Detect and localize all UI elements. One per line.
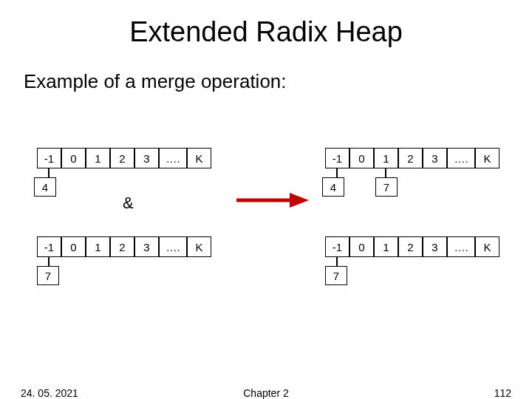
bucket-cell: -1 <box>325 148 349 168</box>
node-connector <box>48 257 50 266</box>
bucket-cell: -1 <box>37 236 61 257</box>
bucket-cell: 1 <box>86 236 110 257</box>
bucket-cell: -1 <box>325 236 349 257</box>
bucket-cell: K <box>187 236 211 257</box>
bucket-cell: K <box>475 148 499 168</box>
bucket-cell: …. <box>447 236 475 257</box>
heap-node: 7 <box>375 177 398 197</box>
bucket-cell: 0 <box>61 148 86 168</box>
bucket-cell: 2 <box>398 148 423 168</box>
heap-node: 7 <box>325 266 347 285</box>
bucket-cell: -1 <box>37 148 61 168</box>
bucket-cell: K <box>475 236 499 257</box>
merge-diagram: -1 0 1 2 3 …. K 4 & -1 0 1 2 3 …. K 7 -1… <box>0 140 532 332</box>
bucket-cell: 0 <box>349 148 374 168</box>
arrow-right-icon <box>236 189 310 211</box>
bucket-cell: …. <box>159 236 187 257</box>
footer-chapter: Chapter 2 <box>0 387 532 399</box>
bucket-cell: 1 <box>374 236 398 257</box>
node-connector <box>336 168 338 177</box>
bucket-cell: 3 <box>423 148 447 168</box>
bucket-cell: …. <box>159 148 187 168</box>
subtitle: Example of a merge operation: <box>0 48 532 93</box>
bucket-cell: 2 <box>110 148 134 168</box>
slide: Extended Radix Heap Example of a merge o… <box>0 0 532 399</box>
bucket-cell: …. <box>447 148 475 168</box>
heap-node: 4 <box>322 177 344 197</box>
node-connector <box>48 168 50 177</box>
heap-node: 7 <box>37 266 59 285</box>
bucket-cell: K <box>187 148 211 168</box>
node-connector <box>336 257 338 266</box>
bucket-cell: 0 <box>61 236 86 257</box>
bucket-cell: 2 <box>110 236 134 257</box>
bucket-cell: 0 <box>349 236 374 257</box>
heap-node: 4 <box>34 177 56 197</box>
bucket-cell: 2 <box>398 236 423 257</box>
bucket-cell: 1 <box>86 148 110 168</box>
node-connector <box>385 168 386 177</box>
svg-marker-1 <box>290 193 309 208</box>
bucket-cell: 1 <box>374 148 398 168</box>
bucket-cell: 3 <box>423 236 447 257</box>
ampersand: & <box>123 194 134 213</box>
bucket-cell: 3 <box>134 148 159 168</box>
footer-page: 112 <box>494 387 511 399</box>
page-title: Extended Radix Heap <box>0 0 532 48</box>
bucket-cell: 3 <box>134 236 159 257</box>
